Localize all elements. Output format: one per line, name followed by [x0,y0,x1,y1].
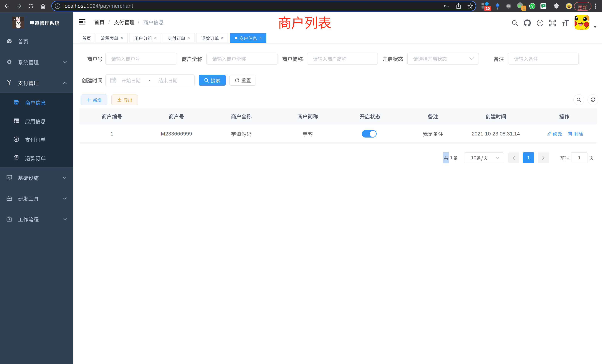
svg-text:y: y [531,4,533,8]
svg-text:⌘: ⌘ [507,4,510,8]
svg-text:?: ? [539,21,541,25]
